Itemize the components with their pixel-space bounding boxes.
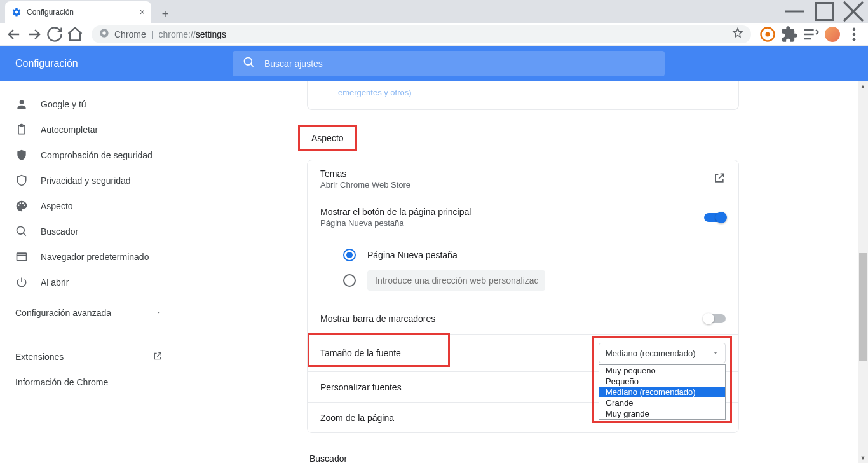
gear-icon <box>11 7 22 17</box>
sidebar-item-google[interactable]: Google y tú <box>0 92 178 117</box>
chrome-icon <box>99 28 109 40</box>
sidebar-item-onstartup[interactable]: Al abrir <box>0 270 178 295</box>
toggle-bookmarks[interactable] <box>704 314 726 323</box>
svg-line-15 <box>24 233 26 236</box>
sidebar-item-privacy[interactable]: Privacidad y seguridad <box>0 168 178 193</box>
extension-icon-1[interactable] <box>759 25 776 43</box>
settings-header: Configuración <box>0 46 868 81</box>
profile-avatar[interactable] <box>824 25 841 43</box>
back-button[interactable] <box>5 25 23 43</box>
search-input[interactable] <box>264 59 654 69</box>
radio-custom-url[interactable] <box>343 268 726 293</box>
svg-point-13 <box>20 100 24 104</box>
sidebar-item-default-browser[interactable]: Navegador predeterminado <box>0 244 178 270</box>
sidebar-item-appearance[interactable]: Aspecto <box>0 193 178 219</box>
svg-line-12 <box>251 64 254 67</box>
reload-button[interactable] <box>46 25 64 43</box>
settings-title: Configuración <box>15 58 217 69</box>
palette-icon <box>15 200 28 212</box>
browser-icon <box>15 251 28 263</box>
highlight-aspecto: Aspecto <box>298 125 357 151</box>
appearance-card: Temas Abrir Chrome Web Store Mostrar el … <box>307 160 739 433</box>
menu-icon[interactable] <box>845 25 863 43</box>
homebutton-radio-group: Página Nueva pestaña <box>308 236 738 303</box>
scrollbar[interactable]: ▲ ▼ <box>858 81 868 463</box>
scrollbar-thumb[interactable] <box>859 253 867 361</box>
custom-url-input[interactable] <box>367 270 545 291</box>
close-window-button[interactable] <box>839 0 868 23</box>
partial-card: emergentes y otros) <box>307 81 739 110</box>
tab-title: Configuración <box>27 8 135 17</box>
settings-search[interactable] <box>233 51 665 76</box>
option-pequeno[interactable]: Pequeño <box>599 376 725 387</box>
divider <box>0 335 178 335</box>
browser-toolbar: Chrome | chrome://settings <box>0 23 868 46</box>
highlight-fontsize-label <box>308 333 450 367</box>
svg-point-5 <box>102 31 105 34</box>
sidebar-item-search[interactable]: Buscador <box>0 219 178 244</box>
settings-sidebar: Google y tú Autocompletar Comprobación d… <box>0 81 178 463</box>
font-size-menu: Muy pequeño Pequeño Mediano (recomendado… <box>599 364 726 420</box>
settings-main: emergentes y otros) Aspecto Temas Abrir … <box>178 81 868 463</box>
option-muy-grande[interactable]: Muy grande <box>599 408 725 419</box>
browser-tab[interactable]: Configuración × <box>5 1 151 23</box>
clipboard-icon <box>15 123 28 136</box>
home-button[interactable] <box>66 25 84 43</box>
shield-icon <box>15 174 28 187</box>
section-buscador-title: Buscador <box>309 453 736 463</box>
row-themes[interactable]: Temas Abrir Chrome Web Store <box>308 160 738 198</box>
option-grande[interactable]: Grande <box>599 397 725 408</box>
row-homebutton: Mostrar el botón de la página principal … <box>308 198 738 236</box>
forward-button[interactable] <box>25 25 43 43</box>
section-aspecto-title: Aspecto <box>311 133 344 143</box>
svg-point-14 <box>17 227 25 235</box>
shield-check-icon <box>15 149 28 162</box>
extensions-puzzle-icon[interactable] <box>780 25 798 43</box>
search-icon <box>15 225 28 238</box>
sidebar-item-autofill[interactable]: Autocompletar <box>0 117 178 142</box>
chevron-down-icon <box>712 349 719 358</box>
reading-list-icon[interactable] <box>802 25 820 43</box>
star-icon[interactable] <box>732 27 743 41</box>
person-icon <box>15 98 28 111</box>
svg-point-8 <box>853 27 856 31</box>
omnibox-chrome-label: Chrome <box>114 29 146 39</box>
omnibox[interactable]: Chrome | chrome://settings <box>92 25 751 43</box>
svg-point-7 <box>766 32 770 36</box>
row-font-size: Tamaño de la fuente Mediano (recomendado… <box>308 334 738 371</box>
scroll-up-icon[interactable]: ▲ <box>858 81 868 92</box>
external-link-icon <box>153 351 163 363</box>
minimize-button[interactable] <box>780 0 810 23</box>
radio-icon[interactable] <box>343 249 356 261</box>
maximize-button[interactable] <box>810 0 839 23</box>
option-mediano[interactable]: Mediano (recomendado) <box>599 387 725 397</box>
option-muy-pequeno[interactable]: Muy pequeño <box>599 365 725 376</box>
external-link-icon <box>713 172 726 187</box>
scroll-down-icon[interactable]: ▼ <box>858 453 868 463</box>
chevron-down-icon <box>155 308 163 318</box>
sidebar-item-safety[interactable]: Comprobación de seguridad <box>0 142 178 168</box>
svg-point-11 <box>245 58 252 66</box>
svg-point-10 <box>853 38 856 41</box>
svg-rect-16 <box>17 253 27 261</box>
row-bookmarks-bar: Mostrar barra de marcadores <box>308 303 738 334</box>
search-icon <box>243 56 255 71</box>
svg-point-9 <box>853 32 856 36</box>
sidebar-extensions[interactable]: Extensiones <box>0 344 178 370</box>
radio-newtab[interactable]: Página Nueva pestaña <box>343 242 726 268</box>
svg-rect-1 <box>816 3 833 20</box>
font-size-dropdown[interactable]: Mediano (recomendado) Muy pequeño Pequeñ… <box>599 343 726 363</box>
power-icon <box>15 276 28 289</box>
sidebar-advanced[interactable]: Configuración avanzada <box>0 300 178 326</box>
new-tab-button[interactable]: + <box>156 5 174 23</box>
sidebar-about[interactable]: Información de Chrome <box>0 370 178 395</box>
close-icon[interactable]: × <box>140 7 145 17</box>
toggle-homebutton[interactable] <box>704 213 726 222</box>
window-controls <box>780 0 868 23</box>
tab-strip: Configuración × + <box>0 0 868 23</box>
radio-icon[interactable] <box>343 274 356 287</box>
